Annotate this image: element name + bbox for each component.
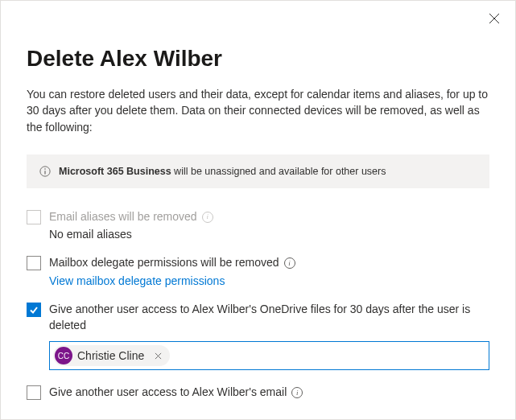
option-email-aliases: Email aliases will be removed i No email…: [27, 209, 489, 241]
label-onedrive-access: Give another user access to Alex Wilber'…: [49, 302, 489, 333]
option-mailbox-delegate: Mailbox delegate permissions will be rem…: [27, 255, 489, 287]
label-email-aliases: Email aliases will be removed: [49, 209, 197, 225]
persona-name: Christie Cline: [77, 349, 146, 362]
sub-no-aliases: No email aliases: [49, 228, 489, 241]
info-icon[interactable]: i: [291, 387, 303, 398]
close-button[interactable]: [485, 9, 504, 28]
page-title: Delete Alex Wilber: [27, 46, 489, 72]
persona-chip: CC Christie Cline: [53, 345, 170, 366]
license-info-text: Microsoft 365 Business will be unassigne…: [59, 166, 386, 177]
checkbox-mailbox-delegate[interactable]: [27, 256, 41, 270]
label-email-access: Give another user access to Alex Wilber'…: [49, 385, 287, 401]
people-picker-onedrive[interactable]: CC Christie Cline: [49, 341, 489, 370]
svg-point-3: [44, 168, 46, 170]
persona-initials: CC: [55, 347, 72, 364]
remove-persona-button[interactable]: [151, 348, 165, 363]
info-icon: [39, 166, 51, 177]
intro-text: You can restore deleted users and their …: [27, 86, 489, 135]
checkbox-onedrive-access[interactable]: [27, 303, 41, 317]
option-onedrive-access: Give another user access to Alex Wilber'…: [27, 302, 489, 370]
option-email-access: Give another user access to Alex Wilber'…: [27, 385, 489, 401]
checkbox-email-access[interactable]: [27, 385, 41, 400]
close-icon: [489, 13, 500, 24]
link-view-delegate-permissions[interactable]: View mailbox delegate permissions: [49, 274, 225, 287]
license-info-bar: Microsoft 365 Business will be unassigne…: [27, 154, 489, 188]
close-icon: [155, 352, 162, 360]
checkmark-icon: [29, 305, 39, 315]
info-icon[interactable]: i: [284, 257, 295, 269]
delete-user-panel: Delete Alex Wilber You can restore delet…: [1, 46, 515, 420]
label-mailbox-delegate: Mailbox delegate permissions will be rem…: [49, 255, 279, 271]
checkbox-email-aliases: [27, 210, 41, 224]
info-icon[interactable]: i: [202, 212, 213, 223]
